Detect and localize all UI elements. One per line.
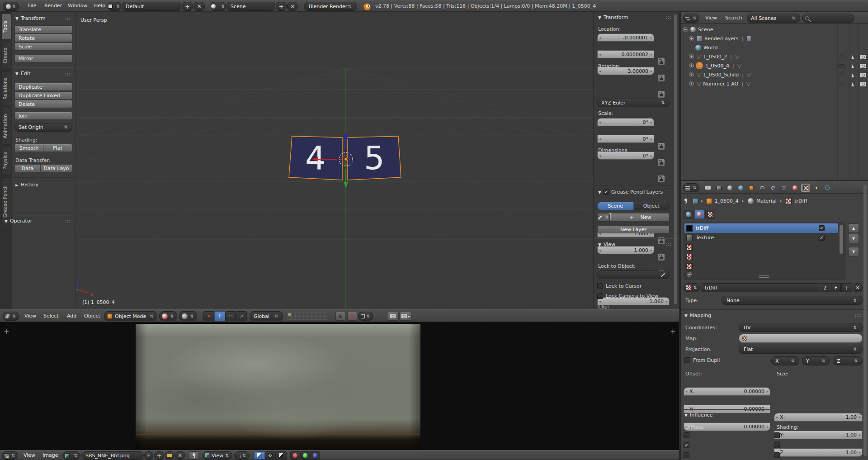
delete-button[interactable]: Delete bbox=[14, 100, 72, 108]
pin-icon[interactable] bbox=[684, 199, 688, 203]
axis-x-dropdown[interactable]: X⇅ bbox=[771, 356, 799, 365]
image-display-mode-dropdown[interactable]: View⇅ bbox=[203, 451, 232, 460]
projection-dropdown[interactable]: Flat⇅ bbox=[739, 345, 863, 354]
properties-editor-type-button[interactable]: ⇅ bbox=[683, 183, 699, 192]
plate-5[interactable]: 5 bbox=[348, 136, 401, 180]
renderable-icon[interactable] bbox=[860, 64, 866, 68]
texture-slot-texture[interactable]: Texture ✓ bbox=[684, 233, 838, 242]
image-new-button[interactable]: + bbox=[154, 451, 164, 460]
outliner-menu-view[interactable]: View bbox=[703, 13, 720, 24]
hide-icon[interactable] bbox=[839, 82, 845, 86]
channel-alpha-toggle[interactable] bbox=[265, 451, 276, 460]
tab-render-icon[interactable] bbox=[703, 184, 712, 192]
layers-widget[interactable] bbox=[288, 313, 328, 320]
empty-slot-icon[interactable] bbox=[686, 254, 693, 260]
tab-physics-icon[interactable] bbox=[823, 184, 832, 192]
panel-grip[interactable] bbox=[666, 16, 672, 19]
tab-relations[interactable]: Relations bbox=[1, 71, 11, 106]
texture-enable-checkbox[interactable]: ✓ bbox=[819, 225, 825, 231]
tab-object-icon[interactable] bbox=[747, 184, 756, 192]
lock-rotation-z[interactable] bbox=[657, 175, 665, 183]
tab-animation[interactable]: Animation bbox=[1, 108, 11, 145]
render-opengl-button[interactable] bbox=[387, 312, 399, 321]
outliner-search-field[interactable] bbox=[802, 14, 854, 23]
vp-menu-object[interactable]: Object bbox=[81, 311, 103, 322]
tab-constraints-icon[interactable] bbox=[758, 184, 767, 192]
menu-file[interactable]: File bbox=[25, 0, 39, 11]
join-button[interactable]: Join bbox=[14, 112, 72, 120]
users-count-button[interactable]: 2 bbox=[820, 283, 830, 292]
panel-grip[interactable] bbox=[854, 413, 861, 417]
selectable-icon[interactable]: ► bbox=[849, 55, 856, 59]
new-texture-button[interactable]: + bbox=[841, 283, 852, 292]
outliner-row-object[interactable]: + ▽ Nummer 1 AO | ▽ bbox=[689, 80, 750, 88]
outliner-row-object-active[interactable]: + ▽ 1_0500_4 | ▽ bbox=[689, 62, 741, 70]
screen-add-button[interactable]: + bbox=[182, 2, 193, 11]
hide-icon[interactable] bbox=[839, 64, 845, 68]
manipulator-axes-toggle[interactable]: ⌖ bbox=[203, 311, 214, 321]
viewport-editor-type-button[interactable]: ⇅ bbox=[3, 312, 19, 321]
gp-draw-mode-button[interactable]: ⇅ bbox=[597, 213, 610, 222]
img-menu-image[interactable]: Image bbox=[40, 450, 61, 460]
info-editor-type-button[interactable]: ⇅ bbox=[3, 2, 19, 11]
image-editor[interactable]: + + ⇅ View Image ⇅ SBS_NNE_Bhf.png F + ✕ bbox=[0, 322, 679, 460]
image-datablock-icon-button[interactable]: ⇅ bbox=[62, 451, 80, 460]
manipulator-rotate-toggle[interactable]: ◠ bbox=[225, 311, 236, 321]
gp-checkbox[interactable]: ✓ bbox=[604, 190, 609, 195]
panel-header-mapping[interactable]: ▼Mapping bbox=[684, 313, 711, 318]
outliner-row-renderlayers[interactable]: + RenderLayers | bbox=[689, 34, 752, 43]
panel-grip[interactable] bbox=[65, 72, 71, 76]
scene-close-button[interactable]: ✕ bbox=[287, 2, 298, 11]
img-menu-view[interactable]: View bbox=[21, 450, 38, 460]
pivot-dropdown[interactable]: ⇅ bbox=[179, 311, 197, 321]
panel-grip[interactable] bbox=[666, 243, 672, 247]
snap-element-dropdown[interactable]: ⇅ bbox=[358, 312, 373, 321]
region-corner-plus-left[interactable]: + bbox=[4, 327, 9, 336]
lock-location-x[interactable] bbox=[657, 58, 665, 66]
menu-help[interactable]: Help bbox=[91, 0, 108, 11]
emit-checkbox[interactable] bbox=[774, 442, 780, 448]
panel-header-grease-pencil[interactable]: ▼ ✓ Grease Pencil Layers bbox=[598, 189, 663, 195]
outliner-row-scene[interactable]: − Scene bbox=[683, 25, 713, 33]
panel-header-transform-n[interactable]: ▼Transform bbox=[598, 14, 628, 20]
image-editor-type-button[interactable]: ⇅ bbox=[2, 451, 18, 460]
duplicate-linked-button[interactable]: Duplicate Linked bbox=[14, 91, 72, 100]
intensity-checkbox[interactable] bbox=[684, 432, 689, 438]
renderable-icon[interactable] bbox=[860, 82, 866, 86]
n-panel-scrollbar[interactable] bbox=[674, 14, 677, 304]
tab-texture-icon[interactable] bbox=[801, 184, 810, 192]
renderable-icon[interactable] bbox=[860, 55, 866, 59]
tab-tools[interactable]: Tools bbox=[1, 14, 11, 40]
unlink-texture-button[interactable]: ✕ bbox=[853, 283, 863, 292]
lock-camera-row[interactable]: Lock Camera to View bbox=[597, 293, 658, 299]
hide-icon[interactable] bbox=[839, 73, 845, 77]
gp-new-layer-button[interactable]: New Layer bbox=[597, 225, 670, 233]
outliner-menu-search[interactable]: Search bbox=[722, 13, 745, 24]
location-x-field[interactable]: ◂-0.000001▸ bbox=[597, 33, 654, 42]
lock-to-scene-button[interactable] bbox=[335, 312, 345, 321]
properties-scrollbar[interactable] bbox=[863, 185, 867, 456]
texture-context-world[interactable] bbox=[684, 210, 693, 219]
hide-icon[interactable] bbox=[839, 55, 845, 59]
gp-object-button[interactable]: Object bbox=[634, 202, 670, 210]
rotation-y-field[interactable]: ◂0°▸ bbox=[597, 135, 654, 143]
gp-new-button[interactable]: +New bbox=[611, 213, 670, 222]
empty-slot-icon[interactable] bbox=[686, 263, 693, 270]
mirror-checkbox[interactable] bbox=[774, 452, 780, 458]
image-pin-button[interactable] bbox=[189, 451, 199, 460]
color-checkbox[interactable]: ✓ bbox=[684, 442, 689, 448]
texture-slot-trdiff[interactable]: trDiff ✓ bbox=[684, 223, 838, 233]
vp-menu-select[interactable]: Select bbox=[41, 311, 61, 322]
smooth-button[interactable]: Smooth bbox=[14, 144, 43, 152]
orientation-dropdown[interactable]: Global⇅ bbox=[250, 311, 283, 321]
slot-specials-button[interactable]: ▼ bbox=[848, 247, 859, 256]
breadcrumb-object[interactable]: 1_0500_4 bbox=[715, 198, 739, 204]
empty-slot-icon[interactable] bbox=[686, 244, 693, 251]
menu-render[interactable]: Render bbox=[42, 0, 65, 11]
rotation-x-field[interactable]: ◂0°▸ bbox=[597, 118, 654, 126]
channel-red-toggle[interactable] bbox=[290, 451, 300, 460]
channel-green-toggle[interactable] bbox=[300, 451, 310, 460]
lock-scale-y[interactable] bbox=[657, 253, 665, 261]
flat-button[interactable]: Flat bbox=[43, 144, 72, 152]
renderable-icon[interactable] bbox=[860, 73, 866, 77]
